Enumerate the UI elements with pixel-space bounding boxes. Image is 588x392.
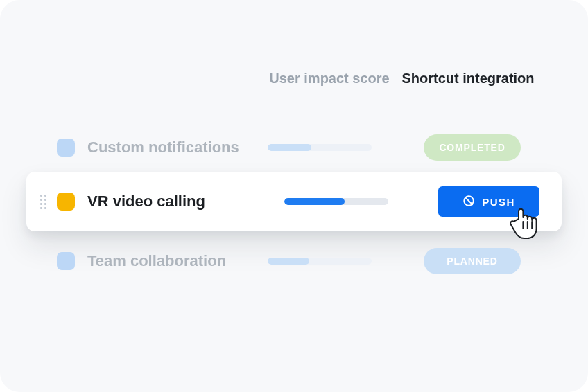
- integration-cell: COMPLETED: [399, 134, 545, 161]
- push-button-label: PUSH: [482, 196, 514, 208]
- row-checkbox[interactable]: [57, 193, 75, 211]
- status-badge: COMPLETED: [424, 134, 521, 161]
- integration-cell: PUSH: [416, 186, 562, 217]
- score-bar: [268, 258, 372, 265]
- column-header-integration: Shortcut integration: [395, 69, 541, 88]
- feature-table-panel: User impact score Shortcut integration C…: [0, 0, 588, 392]
- column-headers: User impact score Shortcut integration: [0, 69, 588, 88]
- score-cell: [268, 144, 399, 151]
- score-cell: [284, 198, 416, 205]
- score-fill: [268, 144, 311, 151]
- table-row: Team collaboration PLANNED: [43, 235, 545, 287]
- row-label: Custom notifications: [87, 139, 268, 157]
- score-fill: [268, 258, 309, 265]
- status-badge: PLANNED: [424, 248, 521, 274]
- score-bar: [268, 144, 372, 151]
- drag-handle-icon[interactable]: [36, 195, 50, 209]
- row-label: VR video calling: [87, 193, 284, 211]
- score-bar: [284, 198, 388, 205]
- score-cell: [268, 258, 399, 265]
- sync-icon: [462, 195, 475, 209]
- column-header-score: User impact score: [263, 69, 395, 88]
- row-checkbox[interactable]: [57, 139, 75, 157]
- score-fill: [284, 198, 345, 205]
- row-label: Team collaboration: [87, 252, 268, 270]
- table-row: Custom notifications COMPLETED: [43, 122, 545, 173]
- table-row[interactable]: VR video calling PUSH: [26, 172, 562, 231]
- integration-cell: PLANNED: [399, 248, 545, 274]
- push-button[interactable]: PUSH: [438, 186, 539, 217]
- row-checkbox[interactable]: [57, 252, 75, 270]
